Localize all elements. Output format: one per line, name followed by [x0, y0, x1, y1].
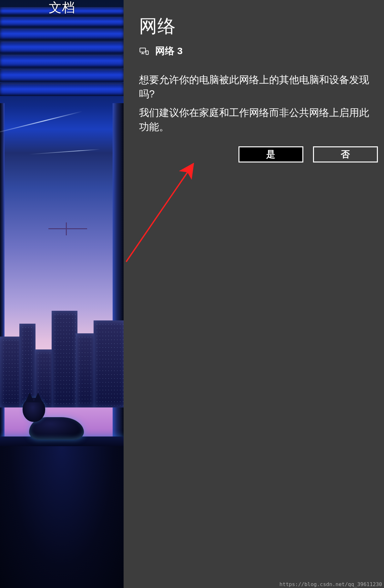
discovery-question-text: 想要允许你的电脑被此网络上的其他电脑和设备发现吗?	[139, 73, 371, 101]
desktop-wallpaper: 文档	[0, 0, 124, 588]
network-name: 网络 3	[155, 44, 183, 58]
wallpaper-skyline	[0, 311, 124, 407]
wallpaper-foreground	[0, 446, 124, 588]
yes-button[interactable]: 是	[238, 146, 303, 162]
wallpaper-crane	[48, 222, 87, 235]
wallpaper-shooting-star	[29, 149, 100, 154]
discovery-recommendation-text: 我们建议你在家庭和工作网络而非公共网络上启用此功能。	[139, 106, 371, 134]
svg-rect-0	[140, 48, 146, 52]
watermark-text: https://blog.csdn.net/qq_39611230	[279, 581, 382, 587]
panel-title: 网络	[139, 14, 176, 39]
no-button[interactable]: 否	[313, 146, 378, 162]
ethernet-icon	[139, 46, 149, 56]
desktop-folder-label[interactable]: 文档	[0, 0, 124, 15]
wallpaper-blinds	[0, 7, 124, 104]
svg-rect-3	[146, 51, 148, 54]
wallpaper-shooting-star	[0, 111, 83, 135]
network-item[interactable]: 网络 3	[139, 44, 183, 58]
screenshot-root: 文档 网络 网络 3 想要允许你的电脑被此网络上的其他电脑和设备发现吗? 我们建…	[0, 0, 384, 588]
wallpaper-cat	[19, 395, 84, 440]
button-row: 是 否	[139, 146, 378, 162]
network-flyout-panel: 网络 网络 3 想要允许你的电脑被此网络上的其他电脑和设备发现吗? 我们建议你在…	[124, 0, 384, 588]
